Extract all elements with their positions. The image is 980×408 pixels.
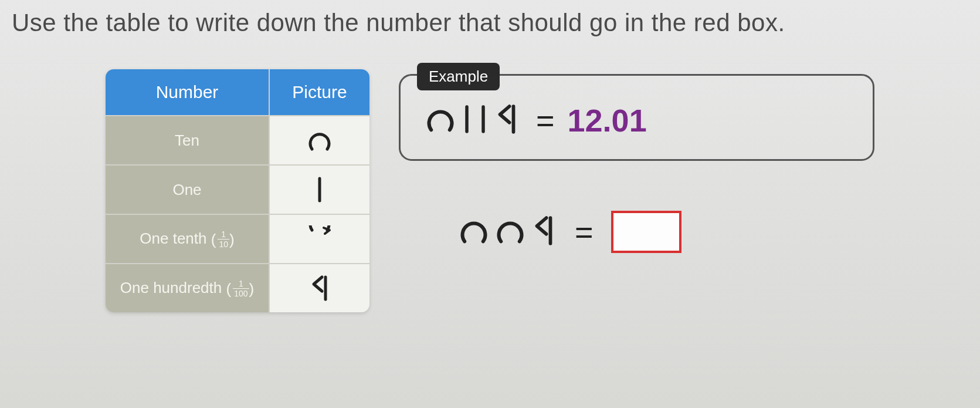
ten-icon xyxy=(494,214,527,249)
one-icon xyxy=(477,103,490,138)
table-row: One hundredth (1100) xyxy=(106,263,369,312)
example-result: 12.01 xyxy=(568,102,647,139)
right-panel: Example = 12.01 = xyxy=(393,69,874,312)
label-ten: Ten xyxy=(106,115,270,164)
table-row: One tenth (110) xyxy=(106,214,369,263)
header-picture: Picture xyxy=(270,69,369,115)
picture-one xyxy=(270,164,369,214)
main-content: Number Picture Ten One xyxy=(0,46,980,312)
example-equals: = xyxy=(536,102,555,139)
label-tenth: One tenth (110) xyxy=(106,214,270,263)
one-icon xyxy=(460,103,473,138)
hundredth-icon xyxy=(530,214,557,249)
problem-equals: = xyxy=(575,214,594,250)
example-symbols xyxy=(424,103,520,138)
legend-table: Number Picture Ten One xyxy=(106,69,369,312)
legend-table-container: Number Picture Ten One xyxy=(106,69,369,312)
label-hundredth: One hundredth (1100) xyxy=(106,263,270,312)
ten-icon xyxy=(457,214,490,249)
answer-red-box[interactable] xyxy=(611,211,681,253)
table-row: One xyxy=(106,164,369,214)
problem-symbols xyxy=(457,214,557,249)
instruction-text: Use the table to write down the number t… xyxy=(0,0,980,46)
example-content: = 12.01 xyxy=(424,102,849,139)
label-one: One xyxy=(106,164,270,214)
picture-tenth xyxy=(270,214,369,263)
ten-icon xyxy=(424,103,457,138)
example-box: Example = 12.01 xyxy=(399,74,874,161)
picture-hundredth xyxy=(270,263,369,312)
table-row: Ten xyxy=(106,115,369,164)
picture-ten xyxy=(270,115,369,164)
header-number: Number xyxy=(106,69,270,115)
problem-row: = xyxy=(399,211,874,253)
example-tab: Example xyxy=(417,63,500,90)
hundredth-icon xyxy=(493,103,520,138)
